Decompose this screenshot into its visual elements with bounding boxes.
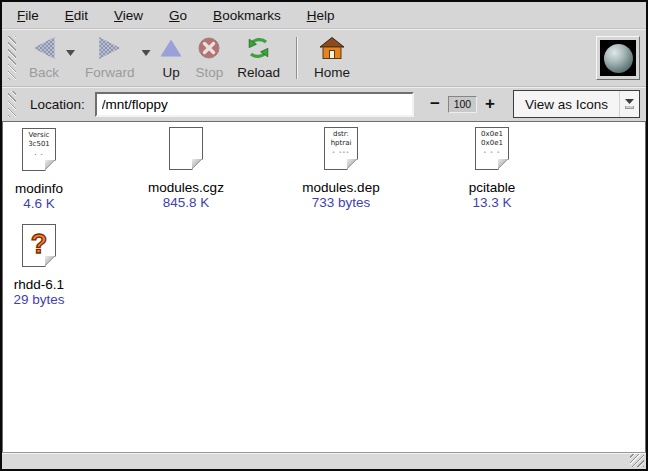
file-name: modules.dep [302, 180, 379, 195]
text-file-icon: dstr: hptrai - --- [324, 127, 358, 170]
file-size: 4.6 K [23, 196, 55, 212]
menu-bookmarks[interactable]: Bookmarks [200, 4, 294, 27]
file-name: rhdd-6.1 [14, 277, 64, 292]
zoom-level-indicator: 100 [448, 96, 477, 113]
file-manager-window: File Edit View Go Bookmarks Help Back Fo… [0, 0, 648, 471]
dropdown-indicator-icon [619, 91, 639, 117]
view-mode-dropdown[interactable]: View as Icons [513, 90, 640, 118]
menu-help[interactable]: Help [294, 4, 348, 27]
file-item-modinfo[interactable]: Versic 3c501 . . modinfo 4.6 K [3, 128, 75, 212]
page-fold [45, 160, 56, 171]
menu-bar: File Edit View Go Bookmarks Help [2, 2, 646, 29]
file-name: modinfo [15, 181, 63, 196]
location-label: Location: [30, 97, 85, 112]
back-label: Back [29, 65, 59, 81]
throbber [596, 36, 640, 80]
page-fold [45, 256, 56, 267]
file-size: 29 bytes [13, 292, 64, 308]
back-history-dropdown-icon[interactable] [66, 50, 75, 56]
menu-go[interactable]: Go [156, 4, 200, 27]
back-arrow-icon [34, 36, 55, 60]
file-name: pcitable [469, 180, 516, 195]
stop-label: Stop [196, 65, 224, 81]
menu-file[interactable]: File [4, 4, 52, 27]
forward-label: Forward [85, 65, 135, 81]
unknown-file-icon: ? [22, 224, 56, 267]
file-size: 13.3 K [472, 195, 511, 211]
text-file-icon: 0x0e1 0x0e1 - - - [475, 127, 509, 170]
file-icon-view[interactable]: Versic 3c501 . . modinfo 4.6 K modules.c… [2, 121, 646, 452]
toolbar-drag-handle[interactable] [8, 36, 16, 80]
home-icon [319, 36, 345, 60]
home-label: Home [314, 65, 350, 81]
reload-button[interactable]: Reload [230, 33, 287, 83]
up-label: Up [162, 65, 179, 81]
file-size: 733 bytes [312, 195, 371, 211]
file-item-pcitable[interactable]: 0x0e1 0x0e1 - - - pcitable 13.3 K [442, 127, 542, 211]
file-item-rhdd[interactable]: ? rhdd-6.1 29 bytes [3, 224, 75, 308]
up-button[interactable]: Up [154, 33, 189, 83]
blank-file-icon [169, 127, 203, 170]
zoom-out-button[interactable]: − [427, 96, 443, 112]
menu-edit[interactable]: Edit [52, 4, 101, 27]
back-button[interactable]: Back [22, 33, 66, 83]
page-fold [498, 159, 509, 170]
up-arrow-icon [161, 36, 182, 60]
forward-arrow-icon [99, 36, 120, 60]
page-fold [192, 159, 203, 170]
throbber-sphere-icon [604, 44, 633, 73]
reload-label: Reload [237, 65, 280, 81]
resize-grip[interactable] [630, 454, 644, 467]
view-mode-label: View as Icons [514, 97, 619, 112]
location-bar: Location: − 100 + View as Icons [2, 86, 646, 121]
reload-icon [246, 36, 271, 60]
page-fold [347, 159, 358, 170]
status-bar [2, 452, 646, 469]
stop-button[interactable]: Stop [189, 33, 231, 83]
text-file-icon: Versic 3c501 . . [22, 128, 56, 171]
location-bar-drag-handle[interactable] [8, 91, 16, 117]
forward-history-dropdown-icon[interactable] [142, 50, 151, 56]
zoom-in-button[interactable]: + [482, 96, 498, 112]
forward-button[interactable]: Forward [78, 33, 142, 83]
file-item-modules-cgz[interactable]: modules.cgz 845.8 K [130, 127, 242, 211]
toolbar: Back Forward Up Stop [2, 30, 646, 86]
stop-icon [197, 36, 221, 60]
toolbar-separator [296, 37, 298, 79]
home-button[interactable]: Home [307, 33, 357, 83]
file-size: 845.8 K [163, 195, 210, 211]
file-item-modules-dep[interactable]: dstr: hptrai - --- modules.dep 733 bytes [279, 127, 403, 211]
menu-view[interactable]: View [101, 4, 156, 27]
location-input[interactable] [95, 92, 414, 117]
file-name: modules.cgz [148, 180, 224, 195]
